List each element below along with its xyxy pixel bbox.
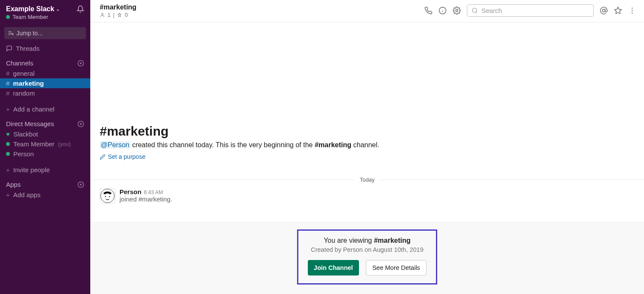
svg-point-21 [602,9,605,12]
pin-icon [117,12,122,18]
phone-icon[interactable] [424,6,432,15]
creator-mention[interactable]: @Person [100,141,130,149]
see-details-button[interactable]: See More Details [366,260,426,275]
svg-marker-22 [615,7,622,14]
join-channel-button[interactable]: Join Channel [308,260,359,275]
dm-slackbot[interactable]: ♥Slackbot [0,129,90,139]
add-apps-link[interactable]: +Add apps [0,190,90,200]
notifications-icon[interactable] [77,5,84,13]
threads-link[interactable]: Threads [0,43,90,53]
chevron-down-icon: ⌄ [56,6,60,12]
set-purpose-link[interactable]: Set a purpose [100,153,635,160]
jump-placeholder: Jump to... [16,30,43,37]
day-divider: Today [90,176,644,183]
dm-self[interactable]: Team Member(you) [0,139,90,149]
message-author[interactable]: Person [120,188,141,195]
message-row: Person 6:43 AM joined #marketing. [90,188,644,204]
invite-people-link[interactable]: +Invite people [0,165,90,175]
preview-footer: You are viewing #marketing Created by Pe… [90,222,644,294]
search-input[interactable]: Search [467,4,594,17]
thread-icon [6,45,12,52]
svg-point-3 [12,33,13,35]
intro-text: @Person created this channel today. This… [100,141,635,149]
svg-point-28 [109,196,110,197]
workspace-switcher[interactable]: Example Slack ⌄ [6,5,60,13]
jump-to-input[interactable]: Jump to... [4,27,86,39]
svg-point-27 [105,196,106,197]
channels-header: Channels [6,59,33,67]
sidebar: Example Slack ⌄ Team Member Jump to... T… [0,0,90,294]
list-search-icon [8,30,14,36]
plus-icon: + [6,105,10,113]
presence-dot-icon [6,15,10,19]
mentions-icon[interactable] [600,6,608,15]
pencil-icon [100,154,105,160]
topbar: #marketing 1 | 0 Search [90,0,644,22]
more-icon[interactable] [628,6,636,15]
hash-icon: # [6,90,9,97]
svg-point-18 [456,9,458,12]
svg-line-20 [476,12,477,13]
search-icon [472,7,478,14]
presence-dot-icon [6,142,10,146]
panel-subtext: Created by Person on August 10th, 2019 [308,246,426,253]
add-channel-link[interactable]: +Add a channel [0,104,90,114]
panel-heading: You are viewing #marketing [308,237,426,244]
dm-person[interactable]: Person [0,149,90,159]
svg-point-14 [101,13,103,15]
svg-line-4 [13,34,14,35]
new-dm-icon[interactable] [77,121,84,127]
add-channel-icon[interactable] [77,60,84,67]
hash-icon: # [6,80,9,87]
channel-intro: #marketing @Person created this channel … [90,124,644,160]
svg-point-26 [101,189,114,203]
svg-point-24 [632,10,633,11]
person-icon [100,12,105,18]
intro-title: #marketing [100,124,635,139]
channel-general[interactable]: #general [0,68,90,78]
channel-title[interactable]: #marketing [100,3,136,11]
heart-icon: ♥ [6,130,10,138]
apps-header: Apps [6,181,21,188]
svg-point-23 [632,8,633,9]
plus-icon: + [6,191,10,198]
svg-point-19 [472,8,477,12]
main-panel: #marketing 1 | 0 Search [90,0,644,294]
channel-marketing[interactable]: #marketing [0,78,90,88]
hash-icon: # [6,70,9,77]
pin-count[interactable]: 0 [125,12,128,18]
avatar-icon [100,189,115,203]
svg-point-25 [632,12,633,14]
dm-header: Direct Messages [6,120,54,127]
current-user: Team Member [12,14,48,20]
join-panel: You are viewing #marketing Created by Pe… [297,229,437,285]
gear-icon[interactable] [453,6,461,15]
avatar[interactable] [100,188,115,204]
presence-dot-icon [6,152,10,156]
workspace-name: Example Slack [6,5,54,13]
plus-icon: + [6,166,10,173]
add-app-icon[interactable] [77,181,84,188]
message-time: 6:43 AM [144,189,163,195]
search-placeholder: Search [481,7,502,14]
member-count[interactable]: 1 [107,12,110,18]
message-text: joined #marketing. [120,195,172,203]
star-icon[interactable] [614,6,622,15]
info-icon[interactable] [439,6,447,15]
channel-random[interactable]: #random [0,88,90,98]
